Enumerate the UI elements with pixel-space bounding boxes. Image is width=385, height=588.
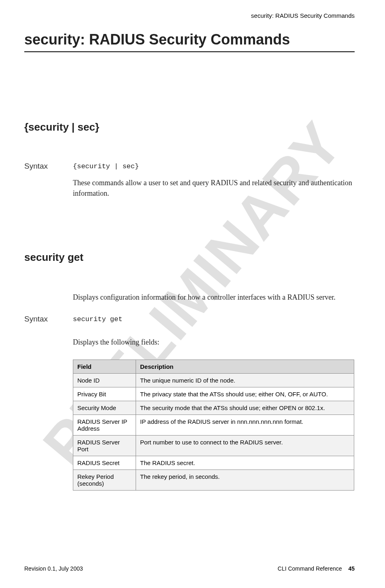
syntax-code: {security | sec}: [73, 162, 355, 172]
page-footer: Revision 0.1, July 2003 CLI Command Refe…: [24, 565, 355, 572]
cell-field: RADIUS Server Port: [73, 435, 136, 456]
cell-field: RADIUS Server IP Address: [73, 415, 136, 435]
footer-revision: Revision 0.1, July 2003: [24, 565, 83, 572]
table-row: RADIUS Server Port Port number to use to…: [73, 435, 354, 456]
cell-field: Privacy Bit: [73, 387, 136, 401]
table-header-row: Field Description: [73, 360, 354, 373]
title-divider: [24, 51, 355, 52]
spacer: [24, 337, 73, 347]
page-title: security: RADIUS Security Commands: [24, 31, 355, 48]
th-field: Field: [73, 360, 136, 373]
cell-description: The RADIUS secret.: [136, 456, 354, 470]
footer-doc: CLI Command Reference: [278, 565, 342, 572]
running-header: security: RADIUS Security Commands: [24, 12, 355, 19]
cell-field: RADIUS Secret: [73, 456, 136, 470]
table-row: Node ID The unique numeric ID of the nod…: [73, 373, 354, 387]
cell-description: The rekey period, in seconds.: [136, 470, 354, 490]
table-row: Security Mode The security mode that the…: [73, 401, 354, 415]
footer-right: CLI Command Reference 45: [278, 565, 355, 572]
cell-field: Node ID: [73, 373, 136, 387]
cell-field: Rekey Period (seconds): [73, 470, 136, 490]
table-row: RADIUS Server IP Address IP address of t…: [73, 415, 354, 435]
fields-intro: Displays the following fields:: [73, 337, 355, 347]
page-content: security: RADIUS Security Commands secur…: [0, 0, 385, 588]
section-heading-security-get: security get: [24, 251, 355, 264]
syntax-label: Syntax: [24, 162, 73, 172]
cell-description: IP address of the RADIUS server in nnn.n…: [136, 415, 354, 435]
section-heading-security-sec: {security | sec}: [24, 121, 355, 133]
cell-field: Security Mode: [73, 401, 136, 415]
spacer: [24, 178, 73, 199]
cell-description: The privacy state that the ATSs should u…: [136, 387, 354, 401]
th-description: Description: [136, 360, 354, 373]
table-row: RADIUS Secret The RADIUS secret.: [73, 456, 354, 470]
security-get-intro: Displays configuration information for h…: [73, 292, 355, 302]
table-row: Privacy Bit The privacy state that the A…: [73, 387, 354, 401]
cell-description: The unique numeric ID of the node.: [136, 373, 354, 387]
cell-description: Port number to use to connect to the RAD…: [136, 435, 354, 456]
spacer: [24, 292, 73, 302]
fields-table: Field Description Node ID The unique num…: [73, 360, 354, 491]
syntax-label: Syntax: [24, 315, 73, 325]
table-row: Rekey Period (seconds) The rekey period,…: [73, 470, 354, 490]
section-description: These commands allow a user to set and q…: [73, 178, 355, 199]
cell-description: The security mode that the ATSs should u…: [136, 401, 354, 415]
footer-page: 45: [348, 565, 355, 572]
syntax-code: security get: [73, 315, 355, 325]
